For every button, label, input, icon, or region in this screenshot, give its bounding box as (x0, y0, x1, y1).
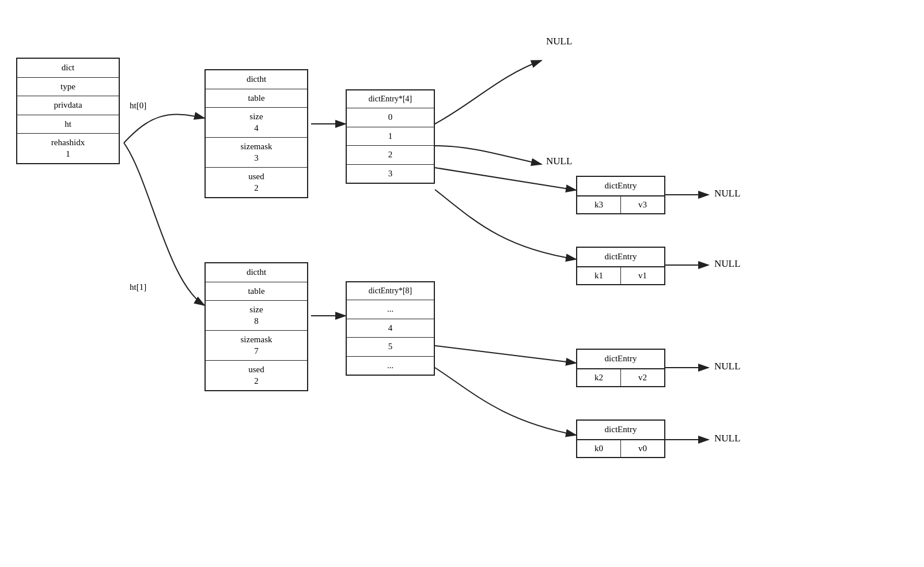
array4-cell-3: 3 (347, 165, 434, 183)
null-label-k2v2: NULL (714, 361, 740, 372)
entry-k3v3: dictEntry k3 v3 (576, 176, 665, 214)
entry-k3v3-val: v3 (621, 196, 664, 213)
entry-k2v2-key: k2 (577, 369, 621, 386)
null-label-k1v1: NULL (714, 258, 740, 270)
array8-cell-5: 5 (347, 338, 434, 357)
ht1-cell-size: size8 (206, 301, 307, 331)
entry-k0v0-header: dictEntry (577, 421, 664, 440)
ht1-cell-sizemask: sizemask7 (206, 331, 307, 361)
ht1-label: ht[1] (130, 282, 146, 292)
entry-k1v1-key: k1 (577, 267, 621, 284)
diagram: dict type privdata ht rehashidx1 ht[0] h… (0, 0, 924, 567)
ht0-box: dictht table size4 sizemask3 used2 (205, 69, 308, 198)
ht0-label: ht[0] (130, 101, 146, 111)
entry-k0v0: dictEntry k0 v0 (576, 419, 665, 458)
entry-k1v1: dictEntry k1 v1 (576, 247, 665, 285)
entry-k2v2-val: v2 (621, 369, 664, 386)
svg-line-3 (435, 168, 576, 190)
ht0-cell-sizemask: sizemask3 (206, 138, 307, 168)
entry-k3v3-header: dictEntry (577, 177, 664, 196)
ht1-box: dictht table size8 sizemask7 used2 (205, 262, 308, 391)
entry-k3v3-key: k3 (577, 196, 621, 213)
null-label-1: NULL (546, 156, 572, 167)
array8-cell-4: 4 (347, 319, 434, 338)
null-label-k3v3: NULL (714, 188, 740, 199)
array4-box: dictEntry*[4] 0 1 2 3 (346, 89, 435, 184)
dict-cell-ht: ht (17, 115, 119, 134)
array8-box: dictEntry*[8] ... 4 5 ... (346, 281, 435, 376)
array4-header: dictEntry*[4] (347, 90, 434, 108)
dict-box: dict type privdata ht rehashidx1 (16, 58, 120, 164)
array8-cell-dots1: ... (347, 300, 434, 319)
dict-cell-type: type (17, 78, 119, 97)
array4-cell-1: 1 (347, 127, 434, 146)
ht0-cell-size: size4 (206, 108, 307, 138)
ht0-cell-used: used2 (206, 168, 307, 197)
ht0-cell-table: table (206, 89, 307, 108)
entry-k1v1-header: dictEntry (577, 248, 664, 267)
ht1-cell-table: table (206, 282, 307, 301)
entry-k2v2: dictEntry k2 v2 (576, 349, 665, 387)
dict-cell-dict: dict (17, 59, 119, 78)
array8-header: dictEntry*[8] (347, 282, 434, 300)
ht1-cell-dictht: dictht (206, 263, 307, 282)
svg-line-6 (435, 346, 576, 363)
entry-k1v1-val: v1 (621, 267, 664, 284)
array8-cell-dots2: ... (347, 357, 434, 375)
array4-cell-0: 0 (347, 108, 434, 127)
entry-k0v0-val: v0 (621, 440, 664, 457)
null-label-0: NULL (546, 36, 572, 47)
ht0-cell-dictht: dictht (206, 70, 307, 89)
array4-cell-2: 2 (347, 146, 434, 165)
ht1-cell-used: used2 (206, 361, 307, 390)
entry-k2v2-header: dictEntry (577, 350, 664, 369)
dict-cell-rehashidx: rehashidx1 (17, 134, 119, 163)
null-label-k0v0: NULL (714, 433, 740, 444)
entry-k0v0-key: k0 (577, 440, 621, 457)
dict-cell-privdata: privdata (17, 96, 119, 115)
